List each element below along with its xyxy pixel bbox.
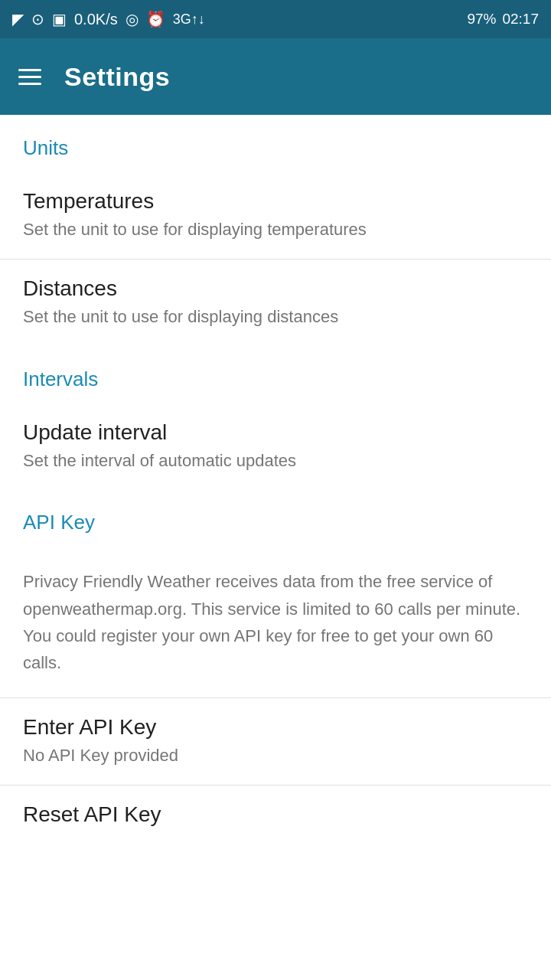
status-bar-right: 97% 02:17 — [467, 11, 539, 28]
api-key-description: Privacy Friendly Weather receives data f… — [0, 547, 551, 697]
intervals-section: Intervals Update interval Set the interv… — [0, 346, 551, 490]
image-icon: ▣ — [52, 10, 67, 28]
alarm-icon: ⏰ — [146, 10, 165, 28]
time-display: 02:17 — [502, 11, 539, 28]
api-key-section: API Key Privacy Friendly Weather receive… — [0, 489, 551, 848]
reset-api-key-title: Reset API Key — [23, 802, 528, 827]
enter-api-key-item[interactable]: Enter API Key No API Key provided — [0, 698, 551, 785]
page-title: Settings — [64, 62, 170, 92]
enter-api-key-subtitle: No API Key provided — [23, 744, 528, 768]
battery-percentage: 97% — [467, 11, 496, 28]
update-interval-subtitle: Set the interval of automatic updates — [23, 449, 528, 473]
temperatures-item[interactable]: Temperatures Set the unit to use for dis… — [0, 172, 551, 259]
menu-button[interactable] — [18, 69, 41, 85]
signal-icon: 3G↑↓ — [173, 11, 205, 28]
hamburger-line-2 — [18, 76, 41, 78]
app-bar: Settings — [0, 38, 551, 115]
distances-title: Distances — [23, 276, 528, 301]
hamburger-line-3 — [18, 83, 41, 85]
update-interval-item[interactable]: Update interval Set the interval of auto… — [0, 403, 551, 490]
settings-content: Units Temperatures Set the unit to use f… — [0, 115, 551, 848]
units-section: Units Temperatures Set the unit to use f… — [0, 115, 551, 346]
reset-api-key-item[interactable]: Reset API Key — [0, 786, 551, 848]
intervals-section-header: Intervals — [0, 346, 551, 403]
update-interval-title: Update interval — [23, 420, 528, 445]
distances-item[interactable]: Distances Set the unit to use for displa… — [0, 260, 551, 346]
whatsapp-icon: ⊙ — [31, 10, 44, 28]
status-bar: ◤ ⊙ ▣ 0.0K/s ◎ ⏰ 3G↑↓ 97% 02:17 — [0, 0, 551, 38]
distances-subtitle: Set the unit to use for displaying dista… — [23, 305, 528, 329]
speed-indicator: 0.0K/s — [74, 11, 118, 28]
api-key-section-header: API Key — [0, 489, 551, 547]
status-bar-left: ◤ ⊙ ▣ 0.0K/s ◎ ⏰ 3G↑↓ — [12, 10, 205, 28]
navigation-icon: ◤ — [12, 10, 24, 28]
enter-api-key-title: Enter API Key — [23, 715, 528, 740]
wifi-icon: ◎ — [126, 10, 139, 28]
hamburger-line-1 — [18, 69, 41, 71]
temperatures-subtitle: Set the unit to use for displaying tempe… — [23, 218, 528, 242]
units-section-header: Units — [0, 115, 551, 172]
temperatures-title: Temperatures — [23, 189, 528, 214]
